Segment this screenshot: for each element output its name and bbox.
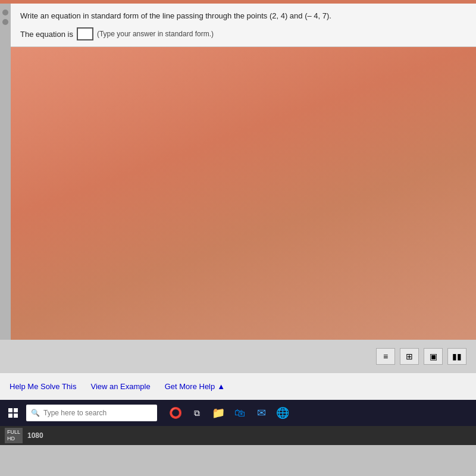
taskbar-search-bar[interactable]: 🔍: [26, 405, 157, 421]
search-input[interactable]: [43, 409, 152, 417]
toolbar-icon-3: ▣: [430, 352, 437, 361]
win-quad-tl: [8, 408, 12, 412]
toolbar-icon-1: ≡: [383, 352, 388, 361]
taskbar-center-icons: ⭕ ⧉ 📁 🛍 ✉ 🌐: [167, 404, 292, 422]
toolbar-button-3[interactable]: ▣: [424, 348, 443, 365]
answer-line: The equation is (Type your answer in sta…: [20, 27, 466, 40]
main-content: Write an equation in standard form of th…: [0, 4, 476, 372]
browser-icon[interactable]: 🌐: [274, 404, 292, 422]
search-icon: 🔍: [31, 409, 40, 417]
file-explorer-icon[interactable]: 📁: [209, 404, 227, 422]
windows-logo-icon: [8, 408, 18, 418]
answer-hint: (Type your answer in standard form.): [97, 30, 214, 38]
win-quad-bl: [8, 414, 12, 418]
help-bar: Help Me Solve This View an Example Get M…: [0, 372, 476, 400]
task-view-icon[interactable]: ⧉: [188, 404, 206, 422]
bottom-strip: FULLHD 1080: [0, 426, 476, 445]
question-text: Write an equation in standard form of th…: [20, 11, 466, 21]
toolbar-button-2[interactable]: ⊞: [400, 348, 419, 365]
sidebar-dot-1: [2, 10, 8, 15]
windows-start-button[interactable]: [5, 405, 21, 421]
left-sidebar-strip: [0, 4, 11, 372]
store-icon[interactable]: 🛍: [231, 404, 249, 422]
answer-label: The equation is: [20, 30, 73, 39]
sidebar-dot-2: [2, 19, 8, 25]
get-more-help-label: Get More Help: [165, 382, 215, 391]
toolbar-icon-2: ⊞: [406, 352, 413, 361]
resolution-text: 1080: [27, 431, 43, 440]
fullhd-text: FULLHD: [7, 429, 20, 441]
answer-input-box[interactable]: [77, 27, 93, 40]
taskbar: 🔍 ⭕ ⧉ 📁 🛍 ✉ 🌐: [0, 400, 476, 426]
fullhd-badge: FULLHD: [5, 428, 23, 443]
mail-icon[interactable]: ✉: [252, 404, 270, 422]
question-box: Write an equation in standard form of th…: [11, 4, 476, 47]
toolbar-button-1[interactable]: ≡: [376, 348, 395, 365]
toolbar-icon-4: ▮▮: [452, 352, 462, 361]
toolbar-button-4[interactable]: ▮▮: [447, 348, 466, 365]
cortana-icon[interactable]: ⭕: [167, 404, 184, 422]
help-me-solve-button[interactable]: Help Me Solve This: [10, 382, 76, 391]
chevron-up-icon: ▲: [217, 382, 225, 391]
win-quad-br: [14, 414, 18, 418]
view-example-button[interactable]: View an Example: [90, 382, 150, 391]
win-quad-tr: [14, 408, 18, 412]
bottom-toolbar: ≡ ⊞ ▣ ▮▮: [0, 340, 476, 372]
get-more-help-button[interactable]: Get More Help ▲: [165, 382, 225, 391]
